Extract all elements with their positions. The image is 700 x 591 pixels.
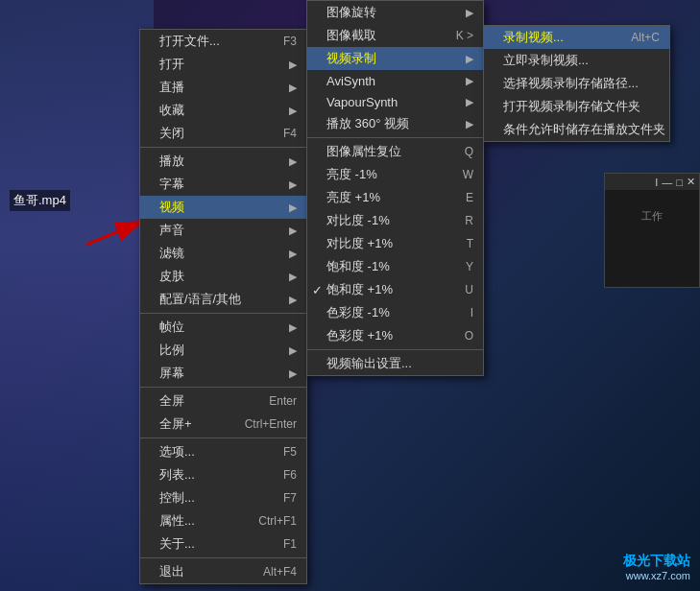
right-panel: I — □ ✕ 工作 <box>604 173 700 288</box>
watermark-site-name: 极光下载站 <box>623 553 690 570</box>
panel-maximize-icon[interactable]: □ <box>676 177 683 188</box>
menu1-item-control[interactable]: 控制... F7 <box>140 486 306 509</box>
menu1-divider1 <box>140 147 306 148</box>
menu3-item-open-folder[interactable]: 打开视频录制存储文件夹 <box>484 95 669 118</box>
menu1-divider5 <box>140 557 306 558</box>
menu1-item-live[interactable]: 直播 ▶ <box>140 76 306 99</box>
menu2-item-rotate[interactable]: 图像旋转 ▶ <box>307 1 483 24</box>
menu1-item-properties[interactable]: 属性... Ctrl+F1 <box>140 509 306 532</box>
menu1-item-play[interactable]: 播放 ▶ <box>140 150 306 173</box>
menu1-item-exit[interactable]: 退出 Alt+F4 <box>140 560 306 583</box>
right-panel-content: 工作 <box>605 190 699 227</box>
menu2-divider1 <box>307 137 483 138</box>
menu1-item-playlist[interactable]: 列表... F6 <box>140 463 306 486</box>
menu1-item-open-file[interactable]: 打开文件... F3 <box>140 30 306 53</box>
menu1-item-skin[interactable]: 皮肤 ▶ <box>140 265 306 288</box>
menu2-item-avisynth[interactable]: AviSynth ▶ <box>307 70 483 91</box>
menu-level3: 录制视频... Alt+C 立即录制视频... 选择视频录制存储路径... 打开… <box>483 25 670 142</box>
menu1-item-favorites[interactable]: 收藏 ▶ <box>140 99 306 122</box>
menu1-divider3 <box>140 387 306 388</box>
menu1-item-audio[interactable]: 声音 ▶ <box>140 219 306 242</box>
menu3-item-select-path[interactable]: 选择视频录制存储路径... <box>484 72 669 95</box>
menu2-item-reset-props[interactable]: 图像属性复位 Q <box>307 140 483 163</box>
menu1-item-video[interactable]: 视频 ▶ <box>140 196 306 219</box>
panel-minimize-icon[interactable]: — <box>662 177 672 188</box>
panel-close-icon[interactable]: ✕ <box>687 176 695 188</box>
menu1-item-subtitle[interactable]: 字幕 ▶ <box>140 173 306 196</box>
panel-pin-icon[interactable]: I <box>655 177 658 188</box>
menu1-item-fullscreen[interactable]: 全屏 Enter <box>140 390 306 413</box>
menu3-item-record-now[interactable]: 立即录制视频... <box>484 49 669 72</box>
menu-level2: 图像旋转 ▶ 图像截取 K > 视频录制 ▶ AviSynth ▶ Vapour… <box>306 0 484 376</box>
bg-left-panel <box>0 0 154 591</box>
menu1-item-about[interactable]: 关于... F1 <box>140 532 306 556</box>
menu1-item-options[interactable]: 选项... F5 <box>140 440 306 463</box>
menu1-item-screen[interactable]: 屏幕 ▶ <box>140 362 306 385</box>
menu3-item-save-condition[interactable]: 条件允许时储存在播放文件夹 <box>484 118 669 141</box>
menu1-item-frame[interactable]: 帧位 ▶ <box>140 316 306 339</box>
menu2-item-vapoursynth[interactable]: VapourSynth ▶ <box>307 91 483 112</box>
menu1-item-open[interactable]: 打开 ▶ <box>140 53 306 76</box>
menu2-item-360[interactable]: 播放 360° 视频 ▶ <box>307 112 483 135</box>
menu1-item-close[interactable]: 关闭 F4 <box>140 122 306 145</box>
menu2-item-contrast-down[interactable]: 对比度 -1% R <box>307 209 483 232</box>
menu-level1: 打开文件... F3 打开 ▶ 直播 ▶ 收藏 ▶ 关闭 F4 播放 ▶ 字幕 … <box>139 29 307 584</box>
menu1-item-config[interactable]: 配置/语言/其他 ▶ <box>140 288 306 311</box>
menu2-item-capture[interactable]: 图像截取 K > <box>307 24 483 47</box>
menu2-item-brightness-down[interactable]: 亮度 -1% W <box>307 163 483 186</box>
watermark: 极光下载站 www.xz7.com <box>623 553 690 581</box>
menu2-item-saturation-down[interactable]: 饱和度 -1% Y <box>307 255 483 278</box>
menu1-item-fullscreen-plus[interactable]: 全屏+ Ctrl+Enter <box>140 413 306 436</box>
filename-label: 鱼哥.mp4 <box>10 190 70 211</box>
menu1-item-scale[interactable]: 比例 ▶ <box>140 339 306 362</box>
menu2-item-brightness-up[interactable]: 亮度 +1% E <box>307 186 483 209</box>
menu2-item-hue-down[interactable]: 色彩度 -1% I <box>307 301 483 324</box>
menu2-item-saturation-up[interactable]: ✓ 饱和度 +1% U <box>307 278 483 301</box>
right-panel-header: I — □ ✕ <box>605 174 699 190</box>
watermark-url: www.xz7.com <box>623 570 690 581</box>
menu3-item-record-video[interactable]: 录制视频... Alt+C <box>484 26 669 49</box>
menu1-item-filter[interactable]: 滤镜 ▶ <box>140 242 306 265</box>
menu2-item-video-output[interactable]: 视频输出设置... <box>307 352 483 375</box>
menu1-divider2 <box>140 313 306 314</box>
menu2-item-hue-up[interactable]: 色彩度 +1% O <box>307 324 483 347</box>
menu1-divider4 <box>140 437 306 438</box>
menu2-item-contrast-up[interactable]: 对比度 +1% T <box>307 232 483 255</box>
menu2-item-record[interactable]: 视频录制 ▶ <box>307 47 483 70</box>
menu2-divider2 <box>307 349 483 350</box>
